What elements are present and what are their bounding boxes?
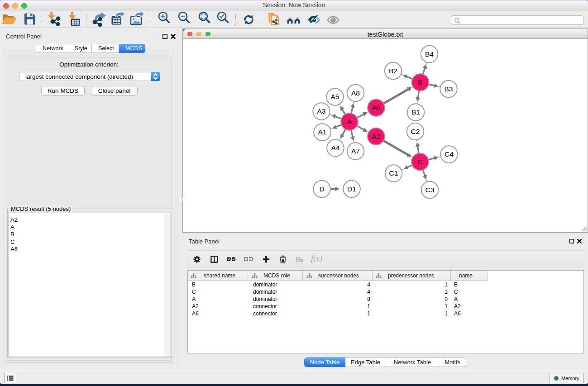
svg-text:A5: A5 (331, 93, 339, 100)
svg-text:B4: B4 (425, 50, 434, 58)
svg-text:B3: B3 (445, 85, 453, 93)
svg-text:A4: A4 (331, 144, 340, 152)
svg-text:B1: B1 (411, 108, 420, 116)
svg-text:B2: B2 (389, 67, 397, 75)
svg-text:A6: A6 (372, 104, 381, 111)
svg-text:A2: A2 (372, 133, 380, 140)
svg-text:A8: A8 (351, 89, 360, 97)
svg-text:C1: C1 (389, 169, 398, 177)
svg-text:A7: A7 (351, 147, 360, 155)
svg-text:A1: A1 (318, 128, 327, 136)
svg-text:C2: C2 (411, 128, 420, 135)
svg-text:D1: D1 (347, 185, 356, 193)
svg-text:A3: A3 (317, 107, 326, 115)
svg-text:B: B (418, 78, 422, 86)
svg-text:A: A (347, 118, 352, 125)
svg-text:C: C (417, 158, 422, 166)
svg-text:C4: C4 (445, 150, 454, 158)
svg-text:D: D (319, 185, 324, 193)
svg-text:C3: C3 (425, 186, 435, 194)
